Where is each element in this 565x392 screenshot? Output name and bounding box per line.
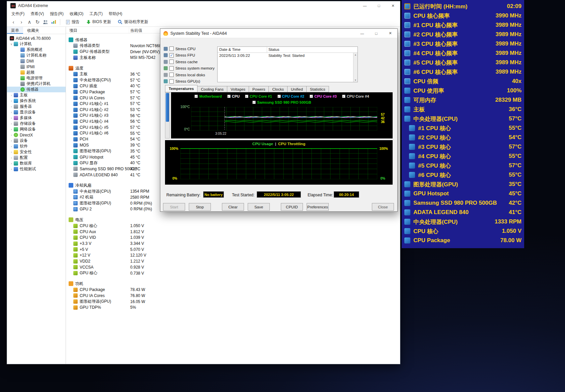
graph-tab[interactable]: Powers xyxy=(249,86,269,92)
tree-item[interactable]: › 多媒体 xyxy=(7,115,66,121)
expander-icon[interactable]: ∨ xyxy=(9,42,14,46)
tree-item[interactable]: › 操作系统 xyxy=(7,98,66,104)
chart-icon[interactable] xyxy=(50,18,57,26)
legend-item[interactable]: Motherboard xyxy=(194,94,222,98)
graph-tab[interactable]: Cooling Fans xyxy=(197,86,227,92)
dialog-button[interactable]: Preferences xyxy=(307,203,329,211)
sensor-row[interactable]: CPU VID 1.039 V xyxy=(66,235,400,241)
tree-item[interactable]: 计算机名称 xyxy=(7,53,66,58)
driver-update-button[interactable]: 驱动程序更新 xyxy=(115,18,151,26)
graph-tab[interactable]: Unified xyxy=(288,86,307,92)
legend-checkbox[interactable] xyxy=(194,95,198,98)
menu-item[interactable]: 报告(R) xyxy=(47,10,67,17)
graph-tab[interactable]: Statistics xyxy=(307,86,329,92)
tree-item[interactable]: AIDA64 v6.70.6000 xyxy=(7,35,66,41)
expander-icon[interactable]: › xyxy=(9,139,14,142)
dialog-minimize-button[interactable]: — xyxy=(355,29,369,38)
sensor-row[interactable]: CPU IA Cores 76.80 W xyxy=(66,293,400,299)
tree-item[interactable]: › 服务器 xyxy=(7,104,66,109)
legend-checkbox[interactable] xyxy=(277,95,281,98)
legend-item[interactable]: CPU Core #1 xyxy=(245,94,272,98)
stress-option[interactable]: Stress GPU(s) xyxy=(164,78,216,85)
stress-option[interactable]: Stress system memory xyxy=(164,65,216,72)
sensor-row[interactable]: GPU TDP% 5% xyxy=(66,304,400,310)
sensor-row[interactable]: +12 V 12.120 V xyxy=(66,253,400,259)
expander-icon[interactable]: › xyxy=(9,162,14,165)
dialog-button[interactable]: CPUID xyxy=(281,203,303,211)
refresh-icon[interactable]: ↻ xyxy=(34,18,41,26)
stress-checkbox[interactable] xyxy=(169,53,174,58)
sensor-row[interactable]: +3.3 V 3.344 V xyxy=(66,240,400,247)
dialog-button[interactable]: Clear xyxy=(222,203,244,211)
title-bar[interactable]: AIDA64 Extreme — □ ✕ xyxy=(7,1,400,10)
sensor-row[interactable]: +5 V 5.070 V xyxy=(66,247,400,253)
tree-item[interactable]: › 性能测试 xyxy=(7,166,66,172)
log-scrollbar[interactable]: ▲▼ xyxy=(353,53,357,82)
menu-item[interactable]: 文件(F) xyxy=(8,10,27,17)
log-col-status[interactable]: Status xyxy=(268,47,279,52)
up-icon[interactable]: ∧ xyxy=(26,18,33,26)
stress-checkbox[interactable] xyxy=(169,66,174,71)
tree-item[interactable]: › 设备 xyxy=(7,138,66,143)
maximize-button[interactable]: □ xyxy=(372,1,386,10)
expander-icon[interactable]: › xyxy=(9,133,14,137)
tree-item[interactable]: 便携式计算机 xyxy=(7,81,66,87)
menu-item[interactable]: 帮助(H) xyxy=(106,10,126,17)
bios-update-button[interactable]: BIOS 更新 xyxy=(83,18,114,26)
column-header-value[interactable]: 当前值 xyxy=(130,28,142,33)
expander-icon[interactable]: › xyxy=(9,156,14,160)
sidebar-tab[interactable]: 收藏夹 xyxy=(23,27,43,34)
legend-checkbox[interactable] xyxy=(252,101,256,104)
sensor-row[interactable]: VDD2 1.212 V xyxy=(66,258,400,264)
legend-item[interactable]: CPU xyxy=(227,94,240,98)
stress-checkbox[interactable] xyxy=(169,46,174,51)
stress-checkbox[interactable] xyxy=(169,60,174,64)
dialog-button[interactable]: Save xyxy=(248,203,270,211)
sensor-row[interactable]: CPU Aux 1.812 V xyxy=(66,229,400,235)
tree-item[interactable]: › 主板 xyxy=(7,92,66,98)
users-icon[interactable] xyxy=(42,18,49,26)
dialog-title-bar[interactable]: System Stability Test - AIDA64 — □ ✕ xyxy=(160,29,397,38)
expander-icon[interactable]: › xyxy=(9,122,14,125)
expander-icon[interactable]: › xyxy=(9,128,14,131)
minimize-button[interactable]: — xyxy=(358,1,372,10)
tree-item[interactable]: › 存储设备 xyxy=(7,121,66,126)
back-icon[interactable]: ‹ xyxy=(10,18,17,26)
log-row[interactable]: 2022/5/11 3:05:22 Stability Test: Starte… xyxy=(218,53,357,59)
dialog-close-icon[interactable]: ✕ xyxy=(383,29,397,38)
legend-item[interactable]: CPU Core #4 xyxy=(342,94,369,98)
stress-option[interactable]: Stress cache xyxy=(164,59,216,65)
stress-checkbox[interactable] xyxy=(169,73,174,77)
tree-item[interactable]: › 安全性 xyxy=(7,149,66,155)
expander-icon[interactable]: › xyxy=(9,105,14,108)
graph-scrollbar[interactable] xyxy=(165,92,170,138)
expander-icon[interactable]: › xyxy=(9,116,14,120)
graph-tab[interactable]: Clocks xyxy=(269,86,288,92)
menu-item[interactable]: 查看(V) xyxy=(27,10,47,17)
close-button[interactable]: ✕ xyxy=(386,1,400,10)
legend-item[interactable]: Samsung SSD 980 PRO 500GB xyxy=(252,100,311,104)
sensor-row[interactable]: CPU Package 78.43 W xyxy=(66,287,400,293)
expander-icon[interactable]: › xyxy=(9,111,14,114)
dialog-close-button[interactable]: Close xyxy=(372,203,394,211)
legend-checkbox[interactable] xyxy=(342,95,345,98)
tree-item[interactable]: › 配置 xyxy=(7,155,66,161)
expander-icon[interactable]: › xyxy=(9,145,14,148)
sensor-row[interactable]: VCCSA 0.928 V xyxy=(66,264,400,270)
tree-item[interactable]: 传感器 xyxy=(7,87,66,92)
log-col-datetime[interactable]: Date & Time xyxy=(219,47,240,52)
expander-icon[interactable]: › xyxy=(9,94,14,97)
dialog-maximize-button[interactable]: □ xyxy=(369,29,383,38)
tree-item[interactable]: 电源管理 xyxy=(7,75,66,81)
legend-checkbox[interactable] xyxy=(245,95,248,98)
sensor-row[interactable]: 图形处理器(GPU) 16.05 W xyxy=(66,299,400,305)
forward-icon[interactable]: › xyxy=(18,18,25,26)
graph-tab[interactable]: Voltages xyxy=(227,86,249,92)
menu-item[interactable]: 工具(T) xyxy=(86,10,105,17)
dialog-button[interactable]: Start xyxy=(163,203,185,211)
stress-option[interactable]: Stress local disks xyxy=(164,72,216,78)
legend-item[interactable]: CPU Core #2 xyxy=(277,94,305,98)
legend-checkbox[interactable] xyxy=(227,95,231,98)
stress-checkbox[interactable] xyxy=(169,79,174,84)
legend-checkbox[interactable] xyxy=(310,95,313,98)
